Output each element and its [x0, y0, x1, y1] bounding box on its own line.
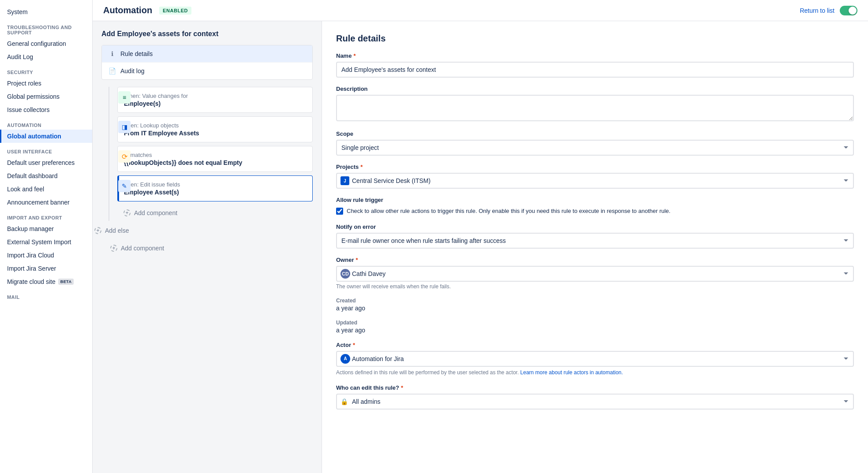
sidebar-item-general-configuration[interactable]: General configuration — [0, 37, 92, 50]
sidebar-item-global-automation[interactable]: Global automation — [0, 130, 92, 143]
add-else-circle-icon: + — [94, 227, 101, 234]
name-label: Name * — [336, 52, 854, 59]
steps-container: ≡ When: Value changes for Employee(s) ◨ … — [101, 87, 313, 221]
allow-rule-trigger-row: Check to allow other rule actions to tri… — [336, 207, 854, 216]
projects-select-wrapper: J Central Service Desk (ITSM) — [336, 173, 854, 189]
actor-icon: A — [340, 354, 350, 364]
sidebar-section-troubleshooting: TROUBLESHOOTING AND SUPPORT — [0, 19, 92, 37]
add-component-circle-icon: + — [123, 209, 131, 216]
name-group: Name * — [336, 52, 854, 78]
sidebar: System TROUBLESHOOTING AND SUPPORT Gener… — [0, 0, 93, 473]
who-can-edit-label: Who can edit this rule? * — [336, 384, 854, 391]
allow-rule-trigger-checkbox[interactable] — [336, 208, 343, 215]
toggle-knob — [849, 7, 857, 15]
add-else-button[interactable]: + Add else — [93, 223, 313, 238]
owner-select[interactable]: Cathi Davey — [336, 266, 854, 282]
status-badge: ENABLED — [159, 7, 191, 15]
sidebar-item-audit-log[interactable]: Audit Log — [0, 50, 92, 63]
actor-select-wrapper: A Automation for Jira — [336, 351, 854, 367]
sidebar-section-automation: AUTOMATION — [0, 116, 92, 130]
audit-log-icon: 📄 — [108, 67, 116, 75]
rule-nav: ℹ Rule details 📄 Audit log — [101, 45, 313, 80]
sidebar-section-mail: MAIL — [0, 288, 92, 302]
sidebar-section-import-export: IMPORT AND EXPORT — [0, 209, 92, 222]
add-component-label-2: Add component — [121, 245, 164, 252]
sidebar-item-look-and-feel[interactable]: Look and feel — [0, 182, 92, 196]
audit-log-nav-label: Audit log — [120, 67, 144, 74]
topbar: Automation ENABLED Return to list — [93, 0, 868, 21]
sidebar-item-import-jira-cloud[interactable]: Import Jira Cloud — [0, 249, 92, 262]
sidebar-item-issue-collectors[interactable]: Issue collectors — [0, 103, 92, 116]
who-can-edit-group: Who can edit this rule? * 🔒 All admins — [336, 384, 854, 410]
owner-hint: The owner will receive emails when the r… — [336, 283, 854, 290]
trigger-step-type: When: Value changes for — [124, 93, 306, 99]
if-step-wrapper: ⟳ If: matches {{lookupObjects}} does not… — [117, 146, 313, 172]
return-to-list-link[interactable]: Return to list — [800, 7, 834, 14]
lookup-step-wrapper: ◨ Then: Lookup objects From IT Employee … — [117, 116, 313, 142]
projects-select[interactable]: Central Service Desk (ITSM) — [336, 173, 854, 189]
add-component-button-1[interactable]: + Add component — [117, 205, 313, 221]
sidebar-item-import-jira-server[interactable]: Import Jira Server — [0, 262, 92, 275]
created-label: Created — [336, 298, 854, 304]
rule-nav-item-audit-log[interactable]: 📄 Audit log — [102, 63, 312, 79]
owner-avatar: CD — [340, 269, 350, 279]
if-step-card[interactable]: If: matches {{lookupObjects}} does not e… — [117, 146, 313, 172]
rule-nav-item-rule-details[interactable]: ℹ Rule details — [102, 45, 312, 63]
owner-avatar-icon: CD — [340, 269, 350, 279]
trigger-step-wrapper: ≡ When: Value changes for Employee(s) — [117, 87, 313, 113]
updated-label: Updated — [336, 320, 854, 326]
updated-value: a year ago — [336, 327, 854, 334]
page-title: Automation — [103, 5, 152, 15]
who-can-edit-required: * — [401, 384, 403, 391]
sidebar-item-default-user-preferences[interactable]: Default user preferences — [0, 156, 92, 169]
edit-step-card[interactable]: Then: Edit issue fields Employee Asset(s… — [117, 175, 313, 201]
if-step-icon: ⟳ — [118, 150, 131, 163]
sidebar-item-backup-manager[interactable]: Backup manager — [0, 222, 92, 235]
description-label: Description — [336, 86, 854, 92]
updated-group: Updated a year ago — [336, 320, 854, 334]
projects-label: Projects * — [336, 164, 854, 170]
notify-on-error-group: Notify on error E-mail rule owner once w… — [336, 223, 854, 249]
actor-label: Actor * — [336, 342, 854, 348]
edit-step-detail: Employee Asset(s) — [124, 189, 306, 196]
projects-icon: J — [340, 176, 349, 185]
sidebar-item-global-permissions[interactable]: Global permissions — [0, 90, 92, 103]
trigger-step-card[interactable]: When: Value changes for Employee(s) — [117, 87, 313, 113]
automation-rule-title: Add Employee's assets for context — [101, 30, 313, 38]
created-group: Created a year ago — [336, 298, 854, 312]
who-can-edit-select[interactable]: All admins — [336, 394, 854, 410]
actor-required: * — [353, 342, 355, 348]
actor-learn-more-link[interactable]: Learn more about rule actors in automati… — [520, 369, 623, 376]
add-else-label: Add else — [105, 227, 129, 234]
actor-group: Actor * A Automation for Jira Actions de… — [336, 342, 854, 376]
sidebar-item-default-dashboard[interactable]: Default dashboard — [0, 169, 92, 182]
description-group: Description — [336, 86, 854, 123]
enabled-toggle[interactable] — [840, 6, 857, 15]
content-area: Add Employee's assets for context ℹ Rule… — [93, 21, 868, 473]
allow-rule-trigger-label: Allow rule trigger — [336, 197, 854, 203]
sidebar-item-system[interactable]: System — [0, 5, 92, 19]
description-textarea[interactable] — [336, 95, 854, 121]
allow-rule-trigger-group: Allow rule trigger Check to allow other … — [336, 197, 854, 216]
owner-group: Owner * CD Cathi Davey The owner will re… — [336, 257, 854, 290]
rule-details-nav-label: Rule details — [120, 50, 153, 57]
actor-avatar: A — [340, 354, 350, 364]
lookup-step-type: Then: Lookup objects — [124, 122, 306, 129]
projects-required: * — [360, 164, 363, 170]
name-input[interactable] — [336, 62, 854, 78]
panel-title: Rule details — [336, 34, 854, 44]
add-component-button-2[interactable]: + Add component — [101, 240, 313, 256]
sidebar-item-migrate-cloud-site[interactable]: Migrate cloud site BETA — [0, 275, 92, 288]
main-area: Automation ENABLED Return to list Add Em… — [93, 0, 868, 473]
sidebar-item-external-system-import[interactable]: External System Import — [0, 235, 92, 249]
actor-select[interactable]: Automation for Jira — [336, 351, 854, 367]
scope-select[interactable]: Single project Global — [336, 140, 854, 156]
sidebar-item-announcement-banner[interactable]: Announcement banner — [0, 196, 92, 209]
name-required: * — [353, 52, 355, 59]
lookup-step-card[interactable]: Then: Lookup objects From IT Employee As… — [117, 116, 313, 142]
sidebar-section-security: SECURITY — [0, 63, 92, 77]
add-component-circle-icon-2: + — [110, 245, 117, 252]
sidebar-item-project-roles[interactable]: Project roles — [0, 77, 92, 90]
notify-on-error-select[interactable]: E-mail rule owner once when rule starts … — [336, 233, 854, 249]
sidebar-section-user-interface: USER INTERFACE — [0, 143, 92, 156]
